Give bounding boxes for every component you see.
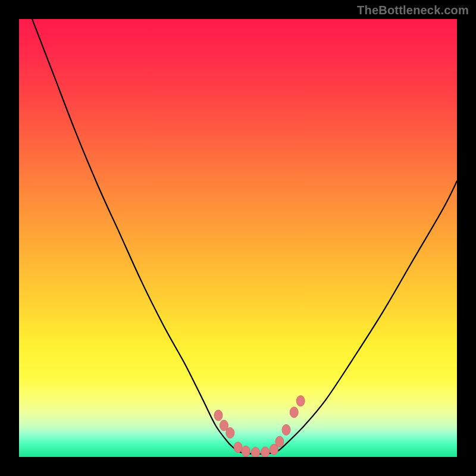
bead-marker xyxy=(214,410,223,421)
watermark-text: TheBottleneck.com xyxy=(357,4,469,17)
bead-marker xyxy=(251,447,259,457)
bead-markers xyxy=(214,396,305,457)
bead-marker xyxy=(282,424,290,435)
bead-marker xyxy=(226,428,234,439)
bead-marker xyxy=(234,442,242,453)
bead-marker xyxy=(242,446,250,456)
outer-black-frame: TheBottleneck.com xyxy=(0,0,476,476)
bead-marker xyxy=(261,447,270,457)
curve-right-branch xyxy=(286,181,457,444)
plot-area xyxy=(19,19,457,457)
bead-marker xyxy=(290,407,298,418)
bead-marker xyxy=(275,436,284,447)
curve-left-branch xyxy=(32,19,229,444)
bead-marker xyxy=(296,396,305,406)
curve-layer xyxy=(19,19,457,457)
